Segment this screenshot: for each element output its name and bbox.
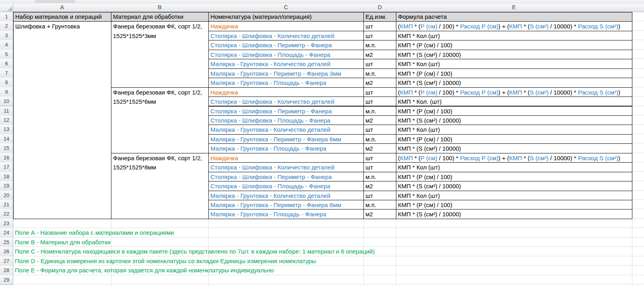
- cell-E6-formula[interactable]: КМП * Кол (шт): [396, 59, 632, 68]
- row-header-14[interactable]: 14: [0, 134, 13, 144]
- row-header-21[interactable]: 21: [0, 200, 13, 209]
- cell-E12-formula[interactable]: КМП * (S (см²) / 10000): [396, 115, 632, 125]
- cell-D20-unit[interactable]: шт: [363, 191, 396, 200]
- row-header-24[interactable]: 24: [0, 228, 13, 238]
- cell-A2-set-name[interactable]: Шлифовка + Грунтовка: [13, 21, 111, 219]
- cell-C4-nomenclature[interactable]: Столярка - Шлифовка - Периметр - Фанера: [208, 40, 364, 50]
- cell-D19-unit[interactable]: м2: [363, 181, 396, 191]
- cell-D17-unit[interactable]: шт: [363, 162, 396, 172]
- note-row-26[interactable]: Поле С - Номенклатура находящаяся в кажд…: [15, 247, 375, 256]
- cell-E13-formula[interactable]: КМП * Кол (шт): [396, 125, 632, 134]
- note-row-24[interactable]: Поле А - Название набора с материалами и…: [15, 228, 174, 237]
- cell-C6-nomenclature[interactable]: Малярка - Грунтовка - Количество деталей: [208, 59, 364, 68]
- cell-D14-unit[interactable]: м.п.: [363, 134, 396, 144]
- cell-B2-material[interactable]: Фанера березовая ФК, сорт 1/2, 1525*1525…: [111, 21, 209, 87]
- row-header-28[interactable]: 28: [0, 266, 13, 275]
- cell-C15-nomenclature[interactable]: Малярка - Грунтовка - Площадь - Фанера: [208, 143, 364, 153]
- column-header-B[interactable]: B: [111, 3, 209, 12]
- header-cell-D1[interactable]: Ед.изм.: [363, 12, 396, 22]
- cell-E14-formula[interactable]: КМП * (Р (см) / 100): [396, 134, 632, 144]
- row-header-25[interactable]: 25: [0, 238, 13, 247]
- cell-E4-formula[interactable]: КМП * (Р (см) / 100): [396, 40, 632, 50]
- cell-E9-formula[interactable]: (КМП * (Р (см) / 100) * Расход Р (см)) +…: [396, 87, 632, 97]
- note-row-27[interactable]: Поле D - Единица измерения из карточки э…: [15, 256, 316, 266]
- cell-E19-formula[interactable]: КМП * (S (см²) / 10000): [396, 181, 632, 191]
- cell-B9-material[interactable]: Фанера березовая ФК, сорт 1/2, 1525*1525…: [111, 87, 209, 153]
- row-header-27[interactable]: 27: [0, 256, 13, 266]
- cell-C3-nomenclature[interactable]: Столярка - Шлифовка - Количество деталей: [208, 31, 364, 40]
- cell-E15-formula[interactable]: КМП * (S (см²) / 10000): [396, 143, 632, 153]
- cell-D18-unit[interactable]: м.п.: [363, 172, 396, 181]
- cell-C12-nomenclature[interactable]: Столярка - Шлифовка - Площадь - Фанера: [208, 115, 364, 125]
- cell-E16-formula[interactable]: (КМП * (Р (см) / 100) * Расход Р (см)) +…: [396, 153, 632, 163]
- cell-D21-unit[interactable]: м.п.: [363, 200, 396, 209]
- cell-E17-formula[interactable]: КМП * Кол (шт): [396, 162, 632, 172]
- cell-C19-nomenclature[interactable]: Столярка - Шлифовка - Площадь - Фанера: [208, 181, 364, 191]
- cell-D13-unit[interactable]: шт: [363, 125, 396, 134]
- cell-C13-nomenclature[interactable]: Малярка - Грунтовка - Количество деталей: [208, 125, 364, 134]
- cell-E8-formula[interactable]: КМП * (S (см²) / 10000): [396, 78, 632, 87]
- row-header-23[interactable]: 23: [0, 219, 13, 228]
- row-header-12[interactable]: 12: [0, 115, 13, 125]
- cell-D15-unit[interactable]: м2: [363, 143, 396, 153]
- column-header-C[interactable]: C: [208, 3, 364, 12]
- row-header-3[interactable]: 3: [0, 31, 13, 40]
- cell-D7-unit[interactable]: м.п.: [363, 68, 396, 78]
- select-all-corner[interactable]: [0, 3, 13, 12]
- cell-D11-unit[interactable]: м.п.: [363, 106, 396, 116]
- cell-E20-formula[interactable]: КМП * Кол (шт): [396, 191, 632, 200]
- cell-C2-nomenclature[interactable]: Наждачка: [208, 21, 364, 31]
- row-header-5[interactable]: 5: [0, 50, 13, 59]
- row-header-7[interactable]: 7: [0, 68, 13, 78]
- cell-C14-nomenclature[interactable]: Малярка - Грунтовка - Периметр - Фанера …: [208, 134, 364, 144]
- cell-C16-nomenclature[interactable]: Наждачка: [208, 153, 364, 163]
- cell-E22-formula[interactable]: КМП * (S (см²) / 10000): [396, 209, 632, 219]
- cell-D10-unit[interactable]: шт: [363, 97, 396, 106]
- cell-C9-nomenclature[interactable]: Наждачка: [208, 87, 364, 97]
- cell-E11-formula[interactable]: КМП * (Р (см) / 100): [396, 106, 632, 116]
- row-header-1[interactable]: 1: [0, 12, 13, 22]
- row-header-4[interactable]: 4: [0, 40, 13, 50]
- cell-C10-nomenclature[interactable]: Столярка - Шлифовка - Количество деталей: [208, 97, 364, 106]
- cell-E3-formula[interactable]: КМП * Кол (шт): [396, 31, 632, 40]
- cell-D6-unit[interactable]: шт: [363, 59, 396, 68]
- row-header-17[interactable]: 17: [0, 162, 13, 172]
- row-header-2[interactable]: 2: [0, 21, 13, 31]
- cell-E18-formula[interactable]: КМП * (Р (см) / 100): [396, 172, 632, 181]
- cell-D4-unit[interactable]: м.п.: [363, 40, 396, 50]
- cell-E5-formula[interactable]: КМП * (S (см²) / 10000): [396, 50, 632, 59]
- cell-C8-nomenclature[interactable]: Малярка - Грунтовка - Площадь - Фанера: [208, 78, 364, 87]
- row-header-18[interactable]: 18: [0, 172, 13, 181]
- cell-E21-formula[interactable]: КМП * (Р (см) / 100): [396, 200, 632, 209]
- row-header-15[interactable]: 15: [0, 143, 13, 153]
- cell-E7-formula[interactable]: КМП * (Р (см) / 100): [396, 68, 632, 78]
- cell-E2-formula[interactable]: (КМП * (Р (см) / 100) * Расход Р (см)) +…: [396, 21, 632, 31]
- cell-D3-unit[interactable]: шт: [363, 31, 396, 40]
- cell-D12-unit[interactable]: м2: [363, 115, 396, 125]
- row-header-6[interactable]: 6: [0, 59, 13, 68]
- cell-C7-nomenclature[interactable]: Малярка - Грунтовка - Периметр - Фанера …: [208, 68, 364, 78]
- cell-D5-unit[interactable]: м2: [363, 50, 396, 59]
- row-header-29[interactable]: 29: [0, 275, 13, 285]
- row-header-8[interactable]: 8: [0, 78, 13, 87]
- column-header-F[interactable]: [632, 3, 644, 12]
- row-header-9[interactable]: 9: [0, 87, 13, 97]
- column-header-A[interactable]: A: [13, 3, 111, 12]
- header-cell-C1[interactable]: Номенклатура (материал/операция): [208, 12, 364, 22]
- note-row-25[interactable]: Поле В - Материал для обработки: [15, 238, 111, 247]
- cell-C22-nomenclature[interactable]: Малярка - Грунтовка - Площадь - Фанера: [208, 209, 364, 219]
- cell-C21-nomenclature[interactable]: Малярка - Грунтовка - Периметр - Фанера …: [208, 200, 364, 209]
- column-header-D[interactable]: D: [363, 3, 396, 12]
- cell-C20-nomenclature[interactable]: Малярка - Грунтовка - Количество деталей: [208, 191, 364, 200]
- cell-D16-unit[interactable]: шт: [363, 153, 396, 163]
- cell-C18-nomenclature[interactable]: Столярка - Шлифовка - Периметр - Фанера: [208, 172, 364, 181]
- cell-E10-formula[interactable]: КМП * Кол. (шт): [396, 97, 632, 106]
- row-header-20[interactable]: 20: [0, 191, 13, 200]
- cell-D9-unit[interactable]: шт: [363, 87, 396, 97]
- column-header-E[interactable]: E: [396, 3, 632, 12]
- note-row-28[interactable]: Поле Е - Формула для расчета, которая за…: [15, 266, 274, 275]
- row-header-10[interactable]: 10: [0, 97, 13, 106]
- cell-C11-nomenclature[interactable]: Столярка - Шлифовка - Периметр - Фанера: [208, 106, 364, 116]
- row-header-19[interactable]: 19: [0, 181, 13, 191]
- cell-D2-unit[interactable]: шт: [363, 21, 396, 31]
